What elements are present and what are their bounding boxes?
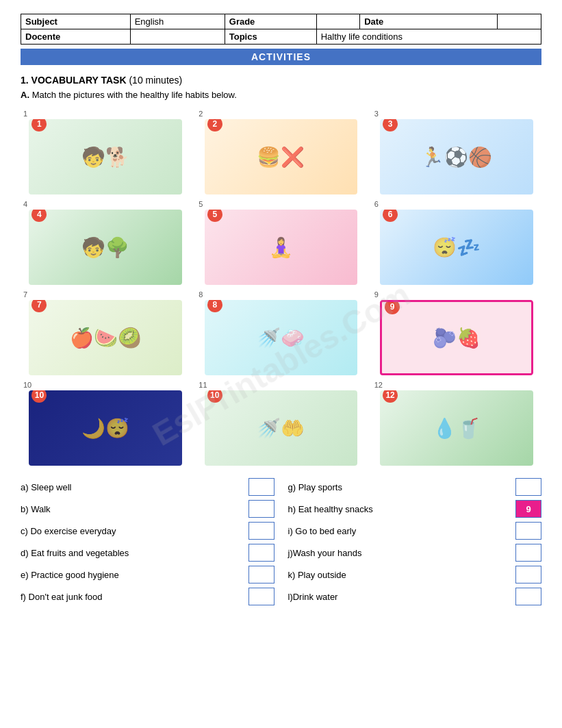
image-badge-1: 1 [31,119,47,131]
vocab-label-l: l)Drink water [288,592,509,602]
image-num-6: 6 [374,200,379,208]
vocab-label-b: b) Walk [21,504,242,514]
image-badge-12: 12 [383,390,398,403]
image-num-2: 2 [199,110,203,118]
vocab-label-g: g) Play sports [288,482,509,492]
vocab-row-b: b) Walk [21,500,274,518]
vocab-label-f: f) Don't eat junk food [21,592,242,602]
section-title-bold: 1. VOCABULARY TASK [21,75,127,86]
vocab-box-e[interactable] [248,566,274,583]
vocab-label-d: d) Eat fruits and vegetables [21,548,242,558]
images-grid: 11🧒🐕22🍔❌33🏃⚽🏀44🧒🌳55🧘‍♀️66😴💤77🍎🍉🥝88🚿🧼99🫐🍓… [21,110,541,466]
date-value [498,14,541,29]
vocab-row-a: a) Sleep well [21,478,274,496]
part-a-text: Match the pictures with the healthy life… [32,90,237,100]
image-illus-9: 🫐🍓 [433,327,481,349]
vocab-box-i[interactable] [515,522,541,540]
vocab-row-f: f) Don't eat junk food [21,588,274,605]
image-illus-8: 🚿🧼 [257,327,305,349]
vocab-box-j[interactable] [515,544,541,562]
image-badge-8: 8 [207,300,222,312]
image-illus-11: 🚿🤲 [257,417,305,440]
image-illus-5: 🧘‍♀️ [269,236,293,259]
vocab-row-g: g) Play sports [288,478,542,496]
image-num-11: 11 [199,381,207,389]
topics-label: Topics [225,29,316,45]
image-illus-2: 🍔❌ [257,146,305,168]
vocab-box-l[interactable] [515,588,541,605]
vocab-row-d: d) Eat fruits and vegetables [21,544,274,562]
image-cell-12: 1212💧🥤 [372,381,541,466]
vocab-label-a: a) Sleep well [21,482,242,492]
image-cell-1: 11🧒🐕 [21,110,190,194]
image-badge-6: 6 [383,210,398,222]
vocab-row-c: c) Do exercise everyday [21,522,274,540]
date-label: Date [360,14,498,29]
image-num-12: 12 [374,381,383,389]
image-cell-6: 66😴💤 [372,200,541,285]
vocab-row-e: e) Practice good hygiene [21,566,274,583]
vocab-row-j: j)Wash your hands [288,544,542,562]
vocab-row-l: l)Drink water [288,588,542,605]
image-illus-7: 🍎🍉🥝 [70,327,142,349]
vocab-label-c: c) Do exercise everyday [21,526,242,536]
image-badge-10: 10 [31,390,47,403]
image-num-9: 9 [374,290,379,299]
vocab-box-k[interactable] [515,566,541,583]
section-title: 1. VOCABULARY TASK (10 minutes) [21,75,541,86]
subject-label: Subject [21,14,131,29]
vocab-row-k: k) Play outside [288,566,542,583]
image-badge-7: 7 [31,300,47,312]
topics-value: Halthy life conditions [316,29,541,45]
image-illus-10: 🌙😴 [81,417,129,440]
vocab-label-i: i) Go to bed early [288,526,509,536]
part-a-label: A. [21,90,29,100]
vocab-box-h[interactable]: 9 [515,500,541,518]
image-cell-7: 77🍎🍉🥝 [21,290,190,375]
image-cell-11: 1110🚿🤲 [196,381,366,466]
image-cell-2: 22🍔❌ [196,110,366,194]
image-num-8: 8 [199,290,203,299]
vocab-box-d[interactable] [248,544,274,562]
vocab-box-b[interactable] [248,500,274,518]
docente-value [130,29,225,45]
part-a-instruction: A. Match the pictures with the healthy l… [21,90,541,100]
vocab-box-g[interactable] [515,478,541,496]
image-num-7: 7 [23,290,27,299]
image-num-10: 10 [23,381,31,389]
image-illus-1: 🧒🐕 [81,146,129,168]
vocab-left-col: a) Sleep wellb) Walkc) Do exercise every… [21,478,274,610]
image-cell-5: 55🧘‍♀️ [196,200,366,285]
vocab-label-h: h) Eat healthy snacks [288,504,509,514]
image-num-3: 3 [374,110,379,118]
vocab-section: a) Sleep wellb) Walkc) Do exercise every… [21,478,541,610]
vocab-label-e: e) Practice good hygiene [21,570,242,580]
vocab-right-col: g) Play sportsh) Eat healthy snacks9i) G… [288,478,542,610]
section-time: (10 minutes) [129,75,182,86]
vocab-box-c[interactable] [248,522,274,540]
vocab-row-h: h) Eat healthy snacks9 [288,500,542,518]
image-cell-4: 44🧒🌳 [21,200,190,285]
grade-value [316,14,360,29]
image-badge-4: 4 [31,210,47,222]
image-badge-11: 10 [207,390,222,403]
vocab-label-k: k) Play outside [288,570,509,580]
vocab-label-j: j)Wash your hands [288,548,509,558]
subject-value: English [130,14,225,29]
docente-label: Docente [21,29,131,45]
vocab-row-i: i) Go to bed early [288,522,542,540]
image-cell-10: 1010🌙😴 [21,381,190,466]
activities-banner: ACTIVITIES [21,49,541,65]
image-cell-8: 88🚿🧼 [196,290,366,375]
image-badge-3: 3 [383,119,398,131]
grade-label: Grade [225,14,316,29]
image-num-4: 4 [23,200,27,208]
image-cell-3: 33🏃⚽🏀 [372,110,541,194]
vocab-box-f[interactable] [248,588,274,605]
image-badge-2: 2 [207,119,222,131]
vocab-box-a[interactable] [248,478,274,496]
image-num-1: 1 [23,110,27,118]
image-cell-9: 99🫐🍓 [372,290,541,375]
image-illus-3: 🏃⚽🏀 [420,146,492,168]
image-num-5: 5 [199,200,203,208]
